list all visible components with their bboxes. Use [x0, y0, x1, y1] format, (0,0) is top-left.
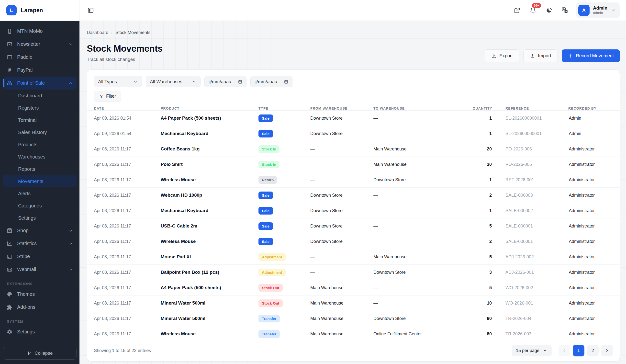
- sidebar-item-webmail[interactable]: Webmail: [3, 263, 77, 276]
- notifications-bell-icon[interactable]: 99+: [528, 6, 538, 15]
- table-row[interactable]: Apr 08, 2026 11:17 Mineral Water 500ml S…: [87, 295, 620, 311]
- sidebar-item-statistics[interactable]: Statistics: [3, 237, 77, 250]
- cell-from-warehouse: Main Warehouse: [310, 331, 373, 337]
- sidebar-item-point-of-sale[interactable]: Point of Sale: [3, 77, 77, 89]
- mail-icon: [6, 41, 13, 47]
- table-row[interactable]: Apr 08, 2026 11:17 Wireless Mouse Sale D…: [87, 234, 620, 249]
- cell-quantity: 1: [468, 177, 492, 182]
- date-from-input[interactable]: jj/mm/aaaa: [204, 76, 246, 87]
- sidebar-item-settings[interactable]: Settings: [3, 325, 77, 338]
- sidebar-item-label: Webmail: [17, 267, 36, 272]
- phone-icon: [6, 28, 13, 35]
- table-row[interactable]: Apr 09, 2026 01:54 Mechanical Keyboard S…: [87, 126, 620, 141]
- column-header-type[interactable]: TYPE: [258, 106, 310, 110]
- top-bar: 99+ Aa A Admin admin: [79, 0, 626, 21]
- table-row[interactable]: Apr 08, 2026 11:17 Polo Shirt Stock In —…: [87, 157, 620, 172]
- per-page-select[interactable]: 15 per page: [511, 345, 552, 356]
- previous-page-button[interactable]: [558, 345, 570, 356]
- cell-recorded-by: Administrator: [568, 208, 613, 213]
- table-row[interactable]: Apr 08, 2026 11:17 Ballpoint Pen Box (12…: [87, 265, 620, 280]
- column-header-date[interactable]: DATE: [94, 106, 161, 110]
- sidebar-item-stripe[interactable]: Stripe: [3, 250, 77, 263]
- column-header-product[interactable]: PRODUCT: [161, 106, 258, 110]
- sidebar-item-paddle[interactable]: Paddle: [3, 51, 77, 64]
- table-row[interactable]: Apr 08, 2026 11:17 Mineral Water 500ml T…: [87, 311, 620, 326]
- type-filter-select[interactable]: All Types: [94, 76, 142, 87]
- sidebar-subitem-registers[interactable]: Registers: [3, 102, 77, 114]
- page-button-2[interactable]: 2: [587, 345, 599, 356]
- sidebar-toggle-button[interactable]: [86, 5, 96, 15]
- cell-from-warehouse: Downtown Store: [310, 239, 373, 244]
- sidebar-subitem-terminal[interactable]: Terminal: [3, 114, 77, 126]
- filter-button[interactable]: Filter: [94, 91, 121, 102]
- table-row[interactable]: Apr 08, 2026 11:17 USB-C Cable 2m Sale D…: [87, 218, 620, 234]
- table-row[interactable]: Apr 08, 2026 11:17 Coffee Beans 1kg Stoc…: [87, 141, 620, 157]
- sidebar-subitem-reports[interactable]: Reports: [3, 163, 77, 175]
- chevron-down-icon: [68, 267, 73, 272]
- movements-card: All Types All Warehouses jj/mm/aaaa: [87, 70, 620, 362]
- date-to-input[interactable]: jj/mm/aaaa: [250, 76, 292, 87]
- sidebar-item-themes[interactable]: Themes: [3, 288, 77, 301]
- table-row[interactable]: Apr 09, 2026 01:54 A4 Paper Pack (500 sh…: [87, 111, 620, 126]
- sidebar-item-shop[interactable]: Shop: [3, 224, 77, 237]
- table-row[interactable]: Apr 08, 2026 11:17 Wireless Mouse Return…: [87, 172, 620, 188]
- sidebar-subitem-sales-history[interactable]: Sales History: [3, 126, 77, 138]
- sidebar-item-newsletter[interactable]: Newsletter: [3, 38, 77, 51]
- column-header-recorded-by[interactable]: RECORDED BY: [568, 106, 613, 110]
- user-role: admin: [593, 11, 607, 15]
- page-button-1[interactable]: 1: [573, 345, 585, 356]
- cell-quantity: 5: [468, 254, 492, 260]
- sidebar-item-paypal[interactable]: PayPal: [3, 64, 77, 77]
- collapse-icon: [27, 351, 32, 356]
- record-movement-button[interactable]: Record Movement: [562, 49, 620, 62]
- sidebar-subitem-warehouses[interactable]: Warehouses: [3, 151, 77, 163]
- cell-recorded-by: Administrator: [568, 193, 613, 198]
- sidebar-subitem-settings[interactable]: Settings: [3, 212, 77, 224]
- import-button[interactable]: Import: [523, 49, 558, 62]
- sidebar-subitem-movements[interactable]: Movements: [3, 175, 77, 187]
- cell-date: Apr 08, 2026 11:17: [94, 239, 161, 244]
- cell-from-warehouse: —: [310, 270, 373, 275]
- cell-reference: SALE-000003: [492, 193, 568, 198]
- cell-to-warehouse: —: [373, 193, 468, 198]
- column-header-reference[interactable]: REFERENCE: [492, 106, 568, 110]
- sidebar-nav: MTN MoMo Newsletter Paddle PayPal: [0, 21, 79, 364]
- brand-logo[interactable]: L: [6, 5, 17, 15]
- sidebar-item-mtn-momo[interactable]: MTN MoMo: [3, 25, 77, 38]
- cell-date: Apr 08, 2026 11:17: [94, 285, 161, 290]
- svg-text:a: a: [565, 10, 567, 13]
- type-badge: Stock In: [258, 161, 279, 168]
- sidebar-subitem-alerts[interactable]: Alerts: [3, 187, 77, 200]
- export-button[interactable]: Export: [485, 49, 519, 62]
- cell-recorded-by: Administrator: [568, 254, 613, 260]
- breadcrumb-dashboard[interactable]: Dashboard: [87, 30, 108, 35]
- table-row[interactable]: Apr 08, 2026 11:17 Mouse Pad XL Adjustme…: [87, 249, 620, 265]
- sidebar-subitem-products[interactable]: Products: [3, 138, 77, 151]
- collapse-sidebar-button[interactable]: Collapse: [3, 347, 77, 360]
- warehouse-filter-select[interactable]: All Warehouses: [146, 76, 200, 87]
- cell-reference: TR-2026-003: [492, 331, 568, 337]
- dark-mode-moon-icon[interactable]: [544, 6, 554, 15]
- sidebar-subitem-categories[interactable]: Categories: [3, 200, 77, 212]
- external-link-icon[interactable]: [512, 6, 522, 15]
- cell-from-warehouse: Main Warehouse: [310, 285, 373, 290]
- billing-card-icon: [6, 54, 13, 60]
- column-header-from-warehouse[interactable]: FROM WAREHOUSE: [310, 106, 373, 110]
- table-row[interactable]: Apr 08, 2026 11:17 A4 Paper Pack (500 sh…: [87, 280, 620, 295]
- cell-reference: RET-2026-001: [492, 177, 568, 182]
- cell-product: Wireless Mouse: [161, 177, 258, 182]
- main-content: Dashboard / Stock Movements Stock Moveme…: [79, 21, 626, 364]
- table-row[interactable]: Apr 08, 2026 11:17 Mechanical Keyboard S…: [87, 203, 620, 218]
- sidebar-subitem-dashboard[interactable]: Dashboard: [3, 89, 77, 102]
- column-header-to-warehouse[interactable]: TO WAREHOUSE: [373, 106, 468, 110]
- next-page-button[interactable]: [601, 345, 613, 356]
- table-row[interactable]: Apr 08, 2026 11:17 Webcam HD 1080p Sale …: [87, 188, 620, 203]
- sidebar-item-add-ons[interactable]: Add-ons: [3, 301, 77, 314]
- language-translate-icon[interactable]: Aa: [560, 5, 570, 15]
- user-menu[interactable]: A Admin admin: [576, 2, 620, 18]
- table-row[interactable]: Apr 08, 2026 11:17 Wireless Mouse Transf…: [87, 326, 620, 341]
- palette-icon: [6, 291, 13, 297]
- column-header-quantity[interactable]: QUANTITY: [468, 106, 492, 110]
- cell-date: Apr 08, 2026 11:17: [94, 254, 161, 260]
- svg-text:A: A: [563, 8, 565, 10]
